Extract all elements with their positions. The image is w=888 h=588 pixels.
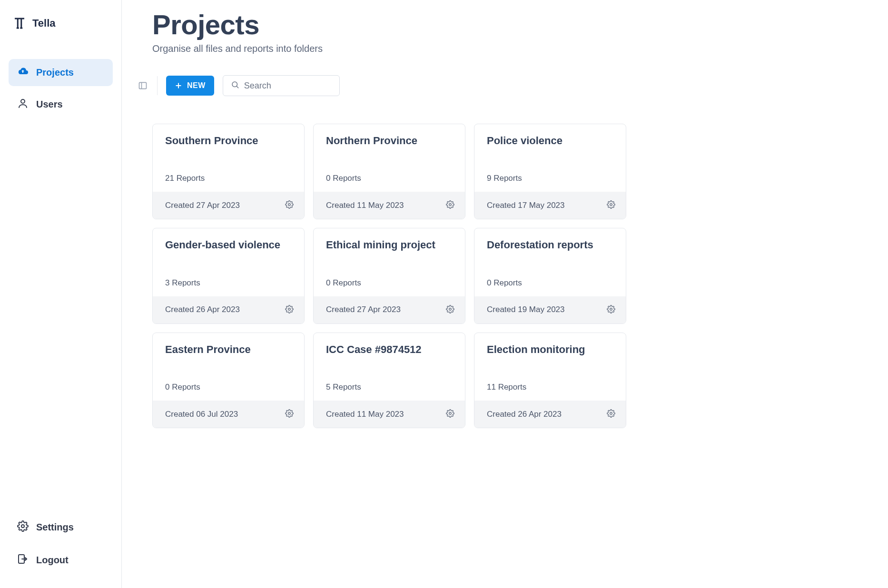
main: Projects Organise all files and reports … <box>122 0 888 588</box>
gear-icon <box>607 203 615 210</box>
project-settings-button[interactable] <box>445 304 455 316</box>
svg-point-9 <box>288 204 291 206</box>
project-created: Created 11 May 2023 <box>326 410 404 419</box>
project-card-footer: Created 27 Apr 2023 <box>153 192 304 219</box>
project-card-body: Ethical mining project0 Reports <box>314 228 465 296</box>
svg-point-0 <box>21 99 25 103</box>
project-reports: 0 Reports <box>326 174 453 183</box>
project-card[interactable]: Eastern Province0 ReportsCreated 06 Jul … <box>152 333 305 428</box>
toolbar: NEW <box>138 75 859 96</box>
gear-icon <box>446 308 454 315</box>
logo-icon <box>12 16 27 30</box>
project-settings-button[interactable] <box>284 408 295 420</box>
project-title: ICC Case #9874512 <box>326 343 453 356</box>
project-card-body: Southern Province21 Reports <box>153 124 304 192</box>
project-card[interactable]: Southern Province21 ReportsCreated 27 Ap… <box>152 124 305 219</box>
project-reports: 3 Reports <box>165 278 292 288</box>
cloud-upload-icon <box>17 66 29 79</box>
svg-point-15 <box>288 412 291 415</box>
project-card-body: Northern Province0 Reports <box>314 124 465 192</box>
project-card-body: Election monitoring11 Reports <box>474 333 626 401</box>
project-reports: 0 Reports <box>165 382 292 392</box>
project-created: Created 26 Apr 2023 <box>165 305 240 314</box>
project-card-footer: Created 17 May 2023 <box>474 192 626 219</box>
search-icon <box>231 80 239 91</box>
project-card[interactable]: Northern Province0 ReportsCreated 11 May… <box>313 124 465 219</box>
project-created: Created 06 Jul 2023 <box>165 410 238 419</box>
project-reports: 0 Reports <box>487 278 613 288</box>
project-reports: 11 Reports <box>487 382 613 392</box>
project-title: Police violence <box>487 135 613 147</box>
project-created: Created 26 Apr 2023 <box>487 410 562 419</box>
svg-point-17 <box>610 412 612 415</box>
svg-point-16 <box>449 412 452 415</box>
logout-icon <box>17 553 29 567</box>
project-settings-button[interactable] <box>445 199 455 211</box>
sidebar-item-settings[interactable]: Settings <box>9 514 113 541</box>
project-card[interactable]: Ethical mining project0 ReportsCreated 2… <box>313 228 465 323</box>
project-card-body: Gender-based violence3 Reports <box>153 228 304 296</box>
project-card-body: Deforestation reports0 Reports <box>474 228 626 296</box>
project-title: Gender-based violence <box>165 239 292 251</box>
project-card[interactable]: Election monitoring11 ReportsCreated 26 … <box>474 333 626 428</box>
project-card-footer: Created 26 Apr 2023 <box>153 296 304 323</box>
project-created: Created 27 Apr 2023 <box>165 201 240 210</box>
gear-icon <box>285 308 294 315</box>
svg-point-14 <box>610 308 612 311</box>
project-settings-button[interactable] <box>606 408 616 420</box>
project-card[interactable]: Police violence9 ReportsCreated 17 May 2… <box>474 124 626 219</box>
gear-icon <box>446 203 454 210</box>
project-card-footer: Created 11 May 2023 <box>314 401 465 428</box>
search-input[interactable] <box>244 81 332 91</box>
sidebar-item-label: Logout <box>36 555 69 566</box>
project-card-body: Police violence9 Reports <box>474 124 626 192</box>
gear-icon <box>17 520 29 534</box>
project-reports: 5 Reports <box>326 382 453 392</box>
svg-point-1 <box>21 525 24 528</box>
svg-point-13 <box>449 308 452 311</box>
project-reports: 9 Reports <box>487 174 613 183</box>
svg-point-11 <box>610 204 612 206</box>
sidebar: Tella Projects Users <box>0 0 122 588</box>
search-field[interactable] <box>223 75 340 96</box>
svg-point-7 <box>232 82 237 87</box>
gear-icon <box>607 308 615 315</box>
project-card[interactable]: Gender-based violence3 ReportsCreated 26… <box>152 228 305 323</box>
brand: Tella <box>9 14 113 49</box>
project-settings-button[interactable] <box>606 199 616 211</box>
new-button[interactable]: NEW <box>166 76 214 96</box>
svg-point-10 <box>449 204 452 206</box>
gear-icon <box>285 412 294 419</box>
project-title: Southern Province <box>165 135 292 147</box>
project-card[interactable]: ICC Case #98745125 ReportsCreated 11 May… <box>313 333 465 428</box>
project-title: Ethical mining project <box>326 239 453 251</box>
project-settings-button[interactable] <box>284 199 295 211</box>
project-reports: 0 Reports <box>326 278 453 288</box>
sidebar-item-users[interactable]: Users <box>9 91 113 118</box>
project-card-body: Eastern Province0 Reports <box>153 333 304 401</box>
project-title: Election monitoring <box>487 343 613 356</box>
project-created: Created 11 May 2023 <box>326 201 404 210</box>
svg-rect-3 <box>139 82 147 88</box>
user-icon <box>17 98 29 111</box>
project-card-footer: Created 26 Apr 2023 <box>474 401 626 428</box>
project-card-footer: Created 27 Apr 2023 <box>314 296 465 323</box>
sidebar-item-projects[interactable]: Projects <box>9 59 113 86</box>
project-settings-button[interactable] <box>284 304 295 316</box>
svg-point-12 <box>288 308 291 311</box>
project-card[interactable]: Deforestation reports0 ReportsCreated 19… <box>474 228 626 323</box>
sidebar-bottom: Settings Logout <box>9 514 113 574</box>
project-created: Created 27 Apr 2023 <box>326 305 401 314</box>
sidebar-item-logout[interactable]: Logout <box>9 547 113 574</box>
gear-icon <box>285 203 294 210</box>
gear-icon <box>607 412 615 419</box>
project-created: Created 19 May 2023 <box>487 305 565 314</box>
brand-name: Tella <box>32 17 56 29</box>
project-settings-button[interactable] <box>606 304 616 316</box>
sidebar-item-label: Settings <box>36 522 74 533</box>
new-button-label: NEW <box>187 81 206 90</box>
sidebar-collapse-icon[interactable] <box>138 81 148 90</box>
project-settings-button[interactable] <box>445 408 455 420</box>
sidebar-item-label: Projects <box>36 67 74 78</box>
sidebar-nav: Projects Users <box>9 59 113 118</box>
